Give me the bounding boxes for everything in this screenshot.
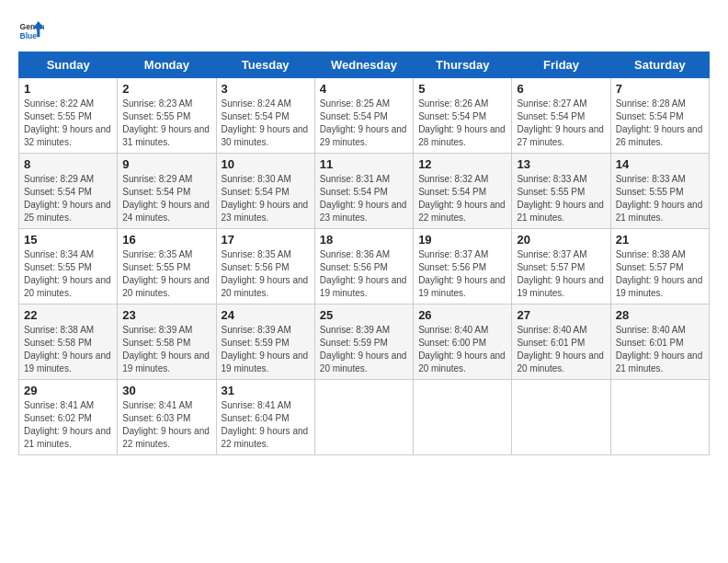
calendar-day-cell: 27 Sunrise: 8:40 AMSunset: 6:01 PMDaylig…	[512, 304, 610, 380]
calendar-day-cell: 7 Sunrise: 8:28 AMSunset: 5:54 PMDayligh…	[610, 78, 709, 154]
calendar-day-cell	[314, 380, 413, 455]
day-number: 9	[122, 157, 210, 171]
day-info: Sunrise: 8:27 AMSunset: 5:54 PMDaylight:…	[517, 98, 604, 147]
day-number: 15	[24, 233, 112, 247]
day-info: Sunrise: 8:23 AMSunset: 5:55 PMDaylight:…	[122, 98, 210, 147]
calendar-week-row: 22 Sunrise: 8:38 AMSunset: 5:58 PMDaylig…	[19, 304, 710, 380]
calendar-day-cell: 15 Sunrise: 8:34 AMSunset: 5:55 PMDaylig…	[19, 229, 118, 304]
day-number: 2	[122, 82, 210, 96]
calendar-day-cell: 28 Sunrise: 8:40 AMSunset: 6:01 PMDaylig…	[610, 304, 709, 380]
calendar-day-cell: 8 Sunrise: 8:29 AMSunset: 5:54 PMDayligh…	[19, 154, 118, 229]
weekday-header-cell: Wednesday	[314, 52, 413, 78]
day-number: 3	[222, 82, 310, 96]
day-number: 24	[222, 308, 310, 322]
day-info: Sunrise: 8:39 AMSunset: 5:58 PMDaylight:…	[122, 325, 210, 373]
logo: General Blue	[18, 18, 44, 44]
calendar-day-cell: 13 Sunrise: 8:33 AMSunset: 5:55 PMDaylig…	[512, 154, 610, 229]
calendar-day-cell	[512, 380, 610, 455]
calendar-day-cell: 2 Sunrise: 8:23 AMSunset: 5:55 PMDayligh…	[118, 78, 216, 154]
day-info: Sunrise: 8:31 AMSunset: 5:54 PMDaylight:…	[320, 174, 407, 223]
calendar-day-cell: 29 Sunrise: 8:41 AMSunset: 6:02 PMDaylig…	[19, 380, 118, 455]
day-info: Sunrise: 8:41 AMSunset: 6:02 PMDaylight:…	[24, 400, 111, 449]
day-number: 12	[418, 157, 506, 171]
day-number: 23	[122, 308, 210, 322]
day-number: 22	[24, 308, 112, 322]
day-info: Sunrise: 8:33 AMSunset: 5:55 PMDaylight:…	[616, 174, 703, 223]
day-info: Sunrise: 8:38 AMSunset: 5:58 PMDaylight:…	[24, 325, 111, 373]
day-number: 6	[517, 82, 605, 96]
day-info: Sunrise: 8:26 AMSunset: 5:54 PMDaylight:…	[418, 98, 506, 147]
day-info: Sunrise: 8:33 AMSunset: 5:55 PMDaylight:…	[517, 174, 604, 223]
calendar-day-cell: 5 Sunrise: 8:26 AMSunset: 5:54 PMDayligh…	[414, 78, 512, 154]
weekday-header-cell: Friday	[512, 52, 610, 78]
calendar-day-cell: 17 Sunrise: 8:35 AMSunset: 5:56 PMDaylig…	[216, 229, 314, 304]
calendar-day-cell: 12 Sunrise: 8:32 AMSunset: 5:54 PMDaylig…	[414, 154, 512, 229]
calendar-day-cell: 14 Sunrise: 8:33 AMSunset: 5:55 PMDaylig…	[610, 154, 709, 229]
day-info: Sunrise: 8:36 AMSunset: 5:56 PMDaylight:…	[320, 249, 407, 298]
calendar-day-cell	[610, 380, 709, 455]
day-number: 30	[122, 384, 210, 397]
day-info: Sunrise: 8:37 AMSunset: 5:56 PMDaylight:…	[418, 249, 506, 298]
calendar-day-cell: 19 Sunrise: 8:37 AMSunset: 5:56 PMDaylig…	[414, 229, 512, 304]
calendar-day-cell: 25 Sunrise: 8:39 AMSunset: 5:59 PMDaylig…	[314, 304, 413, 380]
calendar-table: SundayMondayTuesdayWednesdayThursdayFrid…	[18, 52, 710, 455]
calendar-day-cell: 9 Sunrise: 8:29 AMSunset: 5:54 PMDayligh…	[118, 154, 216, 229]
day-info: Sunrise: 8:38 AMSunset: 5:57 PMDaylight:…	[616, 249, 703, 298]
day-info: Sunrise: 8:40 AMSunset: 6:01 PMDaylight:…	[616, 325, 703, 373]
calendar-day-cell: 18 Sunrise: 8:36 AMSunset: 5:56 PMDaylig…	[314, 229, 413, 304]
day-number: 25	[320, 308, 408, 322]
calendar-day-cell: 10 Sunrise: 8:30 AMSunset: 5:54 PMDaylig…	[216, 154, 314, 229]
calendar-day-cell: 20 Sunrise: 8:37 AMSunset: 5:57 PMDaylig…	[512, 229, 610, 304]
weekday-header-cell: Saturday	[610, 52, 709, 78]
day-info: Sunrise: 8:34 AMSunset: 5:55 PMDaylight:…	[24, 249, 111, 298]
day-info: Sunrise: 8:29 AMSunset: 5:54 PMDaylight:…	[24, 174, 111, 223]
calendar-week-row: 29 Sunrise: 8:41 AMSunset: 6:02 PMDaylig…	[19, 380, 710, 455]
day-number: 8	[24, 157, 112, 171]
day-number: 10	[222, 157, 310, 171]
calendar-day-cell: 1 Sunrise: 8:22 AMSunset: 5:55 PMDayligh…	[19, 78, 118, 154]
day-number: 29	[24, 384, 112, 397]
day-info: Sunrise: 8:32 AMSunset: 5:54 PMDaylight:…	[418, 174, 506, 223]
page-header: General Blue	[18, 15, 710, 44]
day-info: Sunrise: 8:24 AMSunset: 5:54 PMDaylight:…	[222, 98, 309, 147]
weekday-header-cell: Tuesday	[216, 52, 314, 78]
day-info: Sunrise: 8:30 AMSunset: 5:54 PMDaylight:…	[222, 174, 309, 223]
calendar-day-cell	[414, 380, 512, 455]
logo-icon: General Blue	[18, 18, 44, 44]
day-info: Sunrise: 8:28 AMSunset: 5:54 PMDaylight:…	[616, 98, 703, 147]
calendar-week-row: 8 Sunrise: 8:29 AMSunset: 5:54 PMDayligh…	[19, 154, 710, 229]
day-number: 4	[320, 82, 408, 96]
weekday-header-cell: Monday	[118, 52, 216, 78]
calendar-week-row: 1 Sunrise: 8:22 AMSunset: 5:55 PMDayligh…	[19, 78, 710, 154]
calendar-body: 1 Sunrise: 8:22 AMSunset: 5:55 PMDayligh…	[19, 78, 710, 455]
day-info: Sunrise: 8:40 AMSunset: 6:01 PMDaylight:…	[517, 325, 604, 373]
day-info: Sunrise: 8:39 AMSunset: 5:59 PMDaylight:…	[222, 325, 309, 373]
day-number: 31	[222, 384, 310, 397]
calendar-day-cell: 26 Sunrise: 8:40 AMSunset: 6:00 PMDaylig…	[414, 304, 512, 380]
day-number: 28	[616, 308, 704, 322]
calendar-day-cell: 24 Sunrise: 8:39 AMSunset: 5:59 PMDaylig…	[216, 304, 314, 380]
day-number: 27	[517, 308, 605, 322]
weekday-header-cell: Sunday	[19, 52, 118, 78]
day-info: Sunrise: 8:35 AMSunset: 5:56 PMDaylight:…	[222, 249, 309, 298]
day-number: 13	[517, 157, 605, 171]
calendar-day-cell: 4 Sunrise: 8:25 AMSunset: 5:54 PMDayligh…	[314, 78, 413, 154]
day-number: 16	[122, 233, 210, 247]
day-number: 7	[616, 82, 704, 96]
calendar-day-cell: 6 Sunrise: 8:27 AMSunset: 5:54 PMDayligh…	[512, 78, 610, 154]
day-number: 26	[418, 308, 506, 322]
day-number: 20	[517, 233, 605, 247]
calendar-day-cell: 16 Sunrise: 8:35 AMSunset: 5:55 PMDaylig…	[118, 229, 216, 304]
day-info: Sunrise: 8:41 AMSunset: 6:03 PMDaylight:…	[122, 400, 210, 449]
weekday-header-row: SundayMondayTuesdayWednesdayThursdayFrid…	[19, 52, 710, 78]
weekday-header-cell: Thursday	[414, 52, 512, 78]
svg-text:Blue: Blue	[20, 31, 38, 40]
day-number: 11	[320, 157, 408, 171]
day-number: 19	[418, 233, 506, 247]
day-number: 18	[320, 233, 408, 247]
calendar-day-cell: 11 Sunrise: 8:31 AMSunset: 5:54 PMDaylig…	[314, 154, 413, 229]
day-info: Sunrise: 8:29 AMSunset: 5:54 PMDaylight:…	[122, 174, 210, 223]
day-number: 17	[222, 233, 310, 247]
day-number: 21	[616, 233, 704, 247]
calendar-day-cell: 21 Sunrise: 8:38 AMSunset: 5:57 PMDaylig…	[610, 229, 709, 304]
